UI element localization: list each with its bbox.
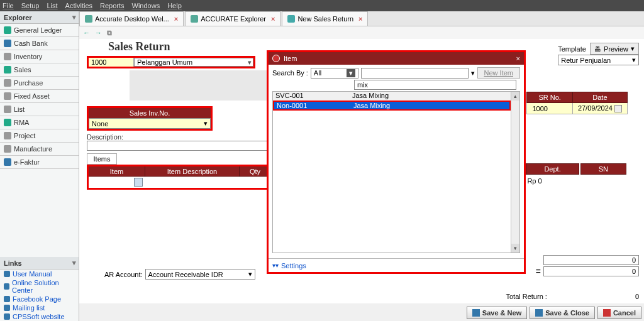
equals-label: = [536, 266, 541, 276]
nav-manufacture[interactable]: Manufacture [0, 143, 79, 156]
nav-inventory[interactable]: Inventory [0, 50, 79, 63]
new-item-button[interactable]: New Item [477, 67, 520, 79]
grid-row[interactable] [89, 177, 274, 188]
save-close-button[interactable]: Save & Close [530, 307, 595, 319]
total-return-value: 0 [635, 293, 639, 300]
items-tab[interactable]: Items [87, 153, 117, 165]
ledger-icon [4, 26, 11, 34]
links-header: Links ▾ [0, 257, 79, 269]
customer-name-select[interactable]: Pelanggan Umum ▾ [134, 58, 253, 67]
menu-reports[interactable]: Reports [100, 2, 125, 9]
forward-icon[interactable]: → [95, 29, 102, 36]
nav-efaktur[interactable]: e-Faktur [0, 156, 79, 169]
popup-titlebar: Item × [269, 52, 524, 65]
link-mailing-list[interactable]: Mailing list [0, 303, 79, 312]
asset-icon [4, 92, 11, 100]
link-cpssoft[interactable]: CPSSoft website [0, 312, 79, 321]
history-bar: ← → ⧉ [79, 26, 644, 39]
explorer-panel: Explorer ▾ General Ledger Cash Bank Inve… [0, 11, 79, 321]
copy-icon[interactable]: ⧉ [107, 29, 112, 37]
search-label: Search By : [272, 69, 308, 77]
tab-explorer[interactable]: ACCURATE Explorer× [185, 11, 280, 26]
cancel-button[interactable]: Cancel [597, 307, 641, 319]
nav-sales[interactable]: Sales [0, 63, 79, 77]
help-icon [4, 283, 9, 290]
nav-fixed-asset[interactable]: Fixed Asset [0, 90, 79, 103]
menu-file[interactable]: File [3, 2, 14, 9]
nav-list[interactable]: List [0, 103, 79, 116]
settings-link[interactable]: Settings [281, 262, 306, 269]
back-icon[interactable]: ← [83, 29, 90, 36]
items-grid: Item Item Description Qty [87, 165, 275, 190]
scrollbar[interactable]: ▴ ▾ [511, 92, 519, 253]
template-label: Template [558, 45, 586, 53]
link-label: Online Solution Center [12, 279, 75, 294]
preview-button[interactable]: 🖶 Preview ▾ [590, 43, 639, 55]
nav-label: Inventory [14, 53, 42, 60]
tab-label: ACCURATE Explorer [201, 15, 266, 23]
save-new-button[interactable]: Save & New [467, 307, 527, 319]
list-item[interactable]: SVC-001 Jasa Mixing [273, 92, 511, 101]
mail-icon [4, 305, 10, 311]
btn-label: Save & Close [545, 309, 589, 317]
save-icon [472, 309, 480, 317]
tab-sales-return[interactable]: New Sales Return× [282, 11, 368, 26]
nav-project[interactable]: Project [0, 129, 79, 143]
close-icon[interactable]: × [358, 15, 362, 23]
customer-code-input[interactable]: 1000 [89, 58, 134, 67]
template-value: Retur Penjualan [561, 57, 611, 64]
chevron-down-icon[interactable]: ▾ [471, 69, 475, 77]
link-label: CPSSoft website [13, 313, 65, 320]
ar-account-select[interactable]: Account Receivable IDR ▾ [145, 269, 255, 280]
filter-row [272, 80, 520, 90]
search-mode-select[interactable]: All ▾ [311, 68, 358, 79]
chevron-down-icon[interactable]: ▾ [72, 259, 76, 267]
list-item-selected[interactable]: Non-0001 Jasa Mixing [273, 101, 511, 111]
scroll-down-icon[interactable]: ▾ [511, 244, 519, 253]
col-item: Item [89, 166, 145, 177]
link-user-manual[interactable]: User Manual [0, 269, 79, 278]
close-icon[interactable]: × [174, 15, 178, 23]
date-input[interactable]: 27/09/2024 [572, 103, 627, 114]
summary-input-2[interactable] [543, 266, 639, 276]
list-icon [4, 106, 11, 113]
doc-icon [191, 15, 198, 23]
tab-bar: Accurate Desktop Wel...× ACCURATE Explor… [79, 11, 644, 26]
close-icon[interactable]: × [516, 55, 520, 62]
tab-label: New Sales Return [297, 15, 353, 23]
chevron-down-icon: ▾ [347, 69, 355, 77]
menu-list[interactable]: List [47, 2, 57, 9]
nav-label: Purchase [14, 79, 43, 87]
date-value: 27/09/2024 [578, 104, 613, 112]
lookup-icon[interactable] [134, 178, 143, 187]
chevron-down-icon[interactable]: ▾▾ [272, 262, 279, 269]
menu-activities[interactable]: Activities [65, 2, 92, 9]
srno-input[interactable]: 1000 [527, 103, 572, 114]
nav-cash-bank[interactable]: Cash Bank [0, 37, 79, 50]
link-facebook[interactable]: Facebook Page [0, 295, 79, 303]
chevron-down-icon[interactable]: ▾ [72, 13, 76, 21]
description-input[interactable] [87, 141, 269, 151]
menu-windows[interactable]: Windows [132, 2, 160, 9]
calendar-icon[interactable] [614, 105, 622, 112]
ar-value: Account Receivable IDR [148, 271, 223, 278]
nav-rma[interactable]: RMA [0, 116, 79, 129]
print-icon: 🖶 [594, 45, 601, 53]
cash-icon [4, 40, 11, 47]
popup-body: Search By : All ▾ ▾ New Item SVC-001 Jas… [269, 65, 524, 258]
filter-input[interactable] [354, 80, 516, 90]
nav-purchase[interactable]: Purchase [0, 77, 79, 90]
search-input[interactable] [361, 68, 469, 79]
facebook-icon [4, 296, 10, 302]
summary-input-1[interactable] [543, 255, 639, 265]
sales-inv-select[interactable]: None ▾ [89, 118, 211, 129]
tab-desktop[interactable]: Accurate Desktop Wel...× [79, 11, 184, 26]
template-select[interactable]: Retur Penjualan ▾ [558, 55, 639, 65]
item-name: Jasa Mixing [352, 92, 511, 101]
close-icon[interactable]: × [271, 15, 275, 23]
link-solution-center[interactable]: Online Solution Center [0, 278, 79, 295]
menu-setup[interactable]: Setup [21, 2, 40, 9]
scroll-up-icon[interactable]: ▴ [511, 92, 519, 101]
menu-help[interactable]: Help [167, 2, 182, 9]
nav-general-ledger[interactable]: General Ledger [0, 24, 79, 37]
